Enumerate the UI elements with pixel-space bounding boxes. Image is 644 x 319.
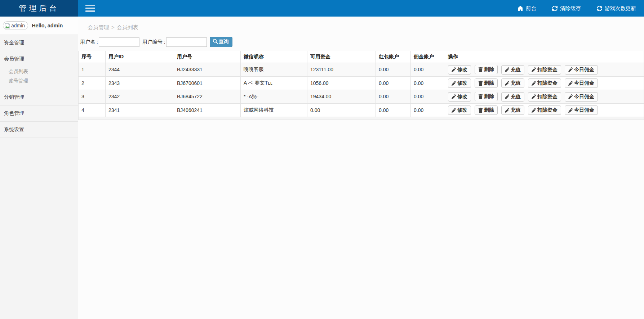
cell-user-id: 2342 (106, 90, 174, 104)
col-redpacket: 红包账户 (376, 51, 411, 63)
col-actions: 操作 (445, 51, 644, 63)
top-bar: 管理后台 前台 清除缓存 游戏 (0, 0, 644, 17)
sidebar-item-distribution[interactable]: 分销管理 (0, 89, 78, 105)
search-button[interactable]: 查询 (210, 37, 232, 47)
cell-commission: 0.00 (411, 76, 445, 90)
avatar-alt-text: admin (11, 23, 25, 28)
sidebar-item-account-mgmt[interactable]: 账号管理 (0, 76, 78, 86)
nav-clear-cache[interactable]: 清除缓存 (552, 5, 581, 12)
breadcrumb-separator: > (111, 24, 115, 30)
cell-index: 4 (79, 103, 106, 117)
sidebar-item-settings[interactable]: 系统设置 (0, 122, 78, 138)
delete-button[interactable]: 删除 (475, 78, 498, 88)
cell-balance: 1056.00 (307, 76, 376, 90)
delete-button[interactable]: 删除 (475, 65, 498, 74)
sidebar-item-member-list[interactable]: 会员列表 (0, 67, 78, 76)
nav-frontend[interactable]: 前台 (518, 5, 536, 12)
cell-index: 1 (79, 63, 106, 77)
greeting-text: Hello, admin (32, 23, 63, 28)
pencil-icon (532, 94, 536, 99)
pencil-icon (505, 108, 510, 113)
pencil-icon (452, 81, 456, 86)
pencil-icon (568, 67, 573, 72)
col-commission: 佣金账户 (411, 51, 445, 63)
col-nickname: 微信昵称 (241, 51, 307, 63)
sidebar-item-funds[interactable]: 资金管理 (0, 35, 78, 51)
table-row: 3 2342 BJ6845722 * ·A꧂· 19434.00 0.00 0.… (79, 90, 644, 104)
pencil-icon (532, 108, 536, 113)
top-nav: 前台 清除缓存 游戏次数更新 (502, 5, 644, 12)
cell-user-no: BJ6845722 (174, 90, 241, 104)
cell-actions: 修改删除充值扣除资金今日佣金 (445, 103, 644, 117)
pencil-icon (532, 81, 536, 86)
nav-game-count-update[interactable]: 游戏次数更新 (597, 5, 636, 12)
recharge-button[interactable]: 充值 (501, 105, 524, 115)
table-row: 4 2341 BJ4060241 炫威网络科技 0.00 0.00 0.00 修… (79, 103, 644, 117)
cell-commission: 0.00 (411, 103, 445, 117)
top-bar-main: 前台 清除缓存 游戏次数更新 (78, 0, 644, 17)
today-commission-button[interactable]: 今日佣金 (565, 65, 598, 75)
edit-button[interactable]: 修改 (448, 78, 471, 88)
sidebar: admin Hello, admin 资金管理 会员管理 会员列表 账号管理 分… (0, 17, 78, 319)
recharge-button[interactable]: 充值 (501, 92, 524, 102)
today-commission-button[interactable]: 今日佣金 (565, 92, 598, 102)
cell-balance: 0.00 (307, 103, 376, 117)
edit-button[interactable]: 修改 (448, 92, 471, 102)
cell-nickname: 嘎嘎客服 (241, 63, 307, 77)
app-title: 管理后台 (0, 0, 78, 17)
breadcrumb-current: 会员列表 (117, 24, 138, 30)
cell-redpacket: 0.00 (376, 63, 411, 77)
avatar: admin (3, 21, 28, 30)
sidebar-toggle-icon[interactable] (83, 1, 97, 15)
cell-actions: 修改删除充值扣除资金今日佣金 (445, 63, 644, 77)
col-user-no: 用户号 (174, 51, 241, 63)
cell-index: 2 (79, 76, 106, 90)
deduct-funds-button[interactable]: 扣除资金 (528, 78, 561, 88)
cell-index: 3 (79, 90, 106, 104)
deduct-funds-button[interactable]: 扣除资金 (528, 65, 561, 75)
trash-icon (478, 81, 483, 86)
deduct-funds-button[interactable]: 扣除资金 (528, 92, 561, 102)
cell-user-no: BJ2433331 (174, 63, 241, 77)
edit-button[interactable]: 修改 (448, 105, 471, 115)
cell-user-id: 2344 (106, 63, 174, 77)
pencil-icon (452, 67, 456, 72)
cell-redpacket: 0.00 (376, 90, 411, 104)
username-label: 用户名 : (80, 39, 98, 45)
userno-input[interactable] (166, 37, 207, 47)
edit-button[interactable]: 修改 (448, 65, 471, 75)
recharge-button[interactable]: 充值 (501, 65, 524, 75)
broken-image-icon (5, 23, 10, 28)
cell-nickname: 炫威网络科技 (241, 103, 307, 117)
user-panel: admin Hello, admin (0, 17, 78, 35)
pencil-icon (505, 67, 510, 72)
trash-icon (478, 67, 483, 72)
members-submenu: 会员列表 账号管理 (0, 67, 78, 89)
nav-game-count-update-label: 游戏次数更新 (605, 5, 636, 12)
delete-button[interactable]: 删除 (475, 92, 498, 101)
sidebar-menu: 资金管理 会员管理 会员列表 账号管理 分销管理 角色管理 系统设置 (0, 35, 78, 138)
cell-user-no: BJ6700601 (174, 76, 241, 90)
userno-label: 用户编号 : (142, 39, 165, 45)
table-row: 1 2344 BJ2433331 嘎嘎客服 123111.00 0.00 0.0… (79, 63, 644, 77)
pencil-icon (452, 94, 456, 99)
search-bar: 用户名 : 用户编号 : 查询 (78, 36, 644, 51)
breadcrumb-parent[interactable]: 会员管理 (88, 24, 109, 30)
delete-button[interactable]: 删除 (475, 105, 498, 115)
today-commission-button[interactable]: 今日佣金 (565, 78, 598, 88)
deduct-funds-button[interactable]: 扣除资金 (528, 105, 561, 115)
members-table: 序号 用户ID 用户号 微信昵称 可用资金 红包账户 佣金账户 操作 1 234… (78, 51, 644, 117)
username-input[interactable] (99, 37, 139, 47)
today-commission-button[interactable]: 今日佣金 (565, 105, 598, 115)
sidebar-item-members[interactable]: 会员管理 (0, 51, 78, 67)
nav-clear-cache-label: 清除缓存 (560, 5, 581, 12)
pencil-icon (568, 94, 573, 99)
cell-actions: 修改删除充值扣除资金今日佣金 (445, 76, 644, 90)
pencil-icon (505, 81, 510, 86)
breadcrumb: 会员管理>会员列表 (78, 17, 644, 36)
pencil-icon (452, 108, 456, 113)
cell-balance: 19434.00 (307, 90, 376, 104)
recharge-button[interactable]: 充值 (501, 78, 524, 88)
col-user-id: 用户ID (106, 51, 174, 63)
sidebar-item-roles[interactable]: 角色管理 (0, 105, 78, 121)
